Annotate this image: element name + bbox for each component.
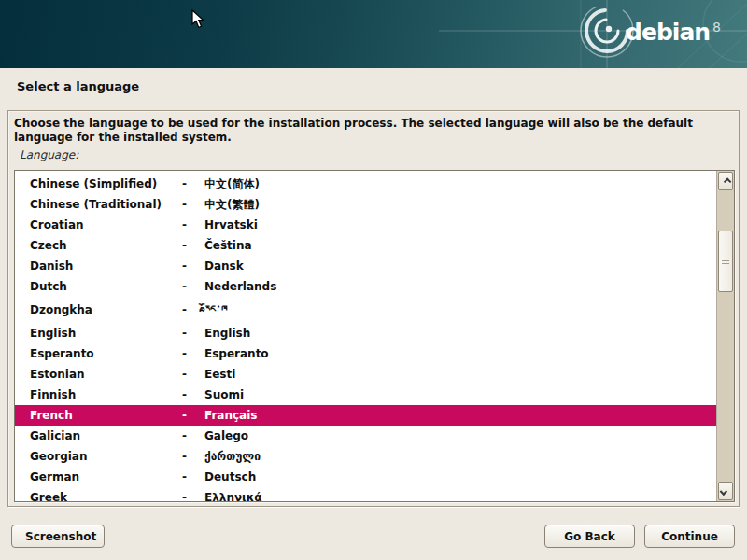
language-english-name: Finnish xyxy=(30,385,182,405)
language-row[interactable]: German-Deutsch xyxy=(15,467,716,487)
language-native-name: Eesti xyxy=(204,364,716,385)
instruction-text: Choose the language to be used for the i… xyxy=(14,117,729,145)
language-native-name: Deutsch xyxy=(204,467,716,487)
installer-banner: debian 8 xyxy=(0,0,747,68)
language-english-name: Chinese (Simplified) xyxy=(30,174,182,194)
language-row[interactable]: Dzongkha-རྫོང་ཁ xyxy=(15,297,716,323)
language-english-name: Dutch xyxy=(30,276,182,297)
language-native-name: རྫོང་ཁ xyxy=(204,297,716,323)
brand-name: debian xyxy=(626,19,710,46)
language-native-name: ქართული xyxy=(204,446,716,467)
scrollbar-grip xyxy=(722,259,729,264)
scrollbar-thumb[interactable] xyxy=(718,231,733,292)
language-native-name: Esperanto xyxy=(204,343,716,364)
language-list: Chinese (Simplified)-中文(简体)Chinese (Trad… xyxy=(15,171,716,501)
language-separator: - xyxy=(182,194,204,215)
debian-wordmark: debian 8 xyxy=(626,19,721,46)
language-row[interactable]: Finnish-Suomi xyxy=(15,385,716,405)
language-separator: - xyxy=(182,323,204,343)
language-separator: - xyxy=(182,426,204,446)
mouse-cursor xyxy=(191,9,204,29)
continue-button[interactable]: Continue xyxy=(644,525,735,548)
scroll-down-button[interactable] xyxy=(718,482,733,500)
language-row[interactable]: Dutch-Nederlands xyxy=(15,276,716,297)
language-separator: - xyxy=(182,235,204,256)
language-english-name: Dzongkha xyxy=(30,297,182,323)
screenshot-button[interactable]: Screenshot xyxy=(11,525,105,548)
language-row[interactable]: French-Français xyxy=(15,405,716,426)
language-separator: - xyxy=(182,364,204,385)
chevron-up-icon xyxy=(724,177,731,185)
language-row[interactable]: English-English xyxy=(15,323,716,343)
language-native-name: 中文(繁體) xyxy=(204,194,716,215)
language-english-name: Esperanto xyxy=(30,343,182,364)
language-separator: - xyxy=(182,385,204,405)
language-native-name: Hrvatski xyxy=(204,215,716,235)
language-separator: - xyxy=(182,467,204,487)
scroll-up-button[interactable] xyxy=(718,172,733,190)
language-english-name: German xyxy=(30,467,182,487)
language-native-name: Français xyxy=(204,405,716,426)
language-row[interactable]: Czech-Čeština xyxy=(15,235,716,256)
language-native-name: Suomi xyxy=(204,385,716,405)
language-row[interactable]: Croatian-Hrvatski xyxy=(15,215,716,235)
language-separator: - xyxy=(182,405,204,426)
language-row[interactable]: Estonian-Eesti xyxy=(15,364,716,385)
chevron-down-icon xyxy=(720,487,727,495)
go-back-button[interactable]: Go Back xyxy=(544,525,635,548)
language-row[interactable]: Chinese (Simplified)-中文(简体) xyxy=(15,174,716,194)
content-frame: Choose the language to be used for the i… xyxy=(7,110,740,507)
vertical-scrollbar[interactable] xyxy=(716,171,734,501)
language-english-name: French xyxy=(30,405,182,426)
language-english-name: English xyxy=(30,323,182,343)
language-row[interactable]: Galician-Galego xyxy=(15,426,716,446)
language-row[interactable]: Esperanto-Esperanto xyxy=(15,343,716,364)
language-separator: - xyxy=(182,256,204,276)
brand-version: 8 xyxy=(712,20,721,35)
language-field-label: Language: xyxy=(20,148,78,161)
language-row[interactable]: Danish-Dansk xyxy=(15,256,716,276)
language-row[interactable]: Georgian-ქართული xyxy=(15,446,716,467)
language-listbox[interactable]: Chinese (Simplified)-中文(简体)Chinese (Trad… xyxy=(14,170,735,502)
language-native-name: Čeština xyxy=(204,235,716,256)
language-separator: - xyxy=(182,276,204,297)
language-native-name: English xyxy=(204,323,716,343)
language-native-name: 中文(简体) xyxy=(204,174,716,194)
language-native-name: Dansk xyxy=(204,256,716,276)
language-row[interactable]: Chinese (Traditional)-中文(繁體) xyxy=(15,194,716,215)
language-native-name: Galego xyxy=(204,426,716,446)
language-separator: - xyxy=(182,297,204,323)
language-english-name: Czech xyxy=(30,235,182,256)
language-native-name: Nederlands xyxy=(204,276,716,297)
language-english-name: Galician xyxy=(30,426,182,446)
language-separator: - xyxy=(182,487,204,501)
language-english-name: Greek xyxy=(30,487,182,501)
language-separator: - xyxy=(182,343,204,364)
language-english-name: Chinese (Traditional) xyxy=(30,194,182,215)
language-native-name: Ελληνικά xyxy=(204,487,716,501)
language-separator: - xyxy=(182,215,204,235)
page-title: Select a language xyxy=(17,79,139,93)
language-english-name: Danish xyxy=(30,256,182,276)
language-english-name: Georgian xyxy=(30,446,182,467)
language-english-name: Croatian xyxy=(30,215,182,235)
language-row[interactable]: Greek-Ελληνικά xyxy=(15,487,716,501)
language-english-name: Estonian xyxy=(30,364,182,385)
language-separator: - xyxy=(182,446,204,467)
language-separator: - xyxy=(182,174,204,194)
